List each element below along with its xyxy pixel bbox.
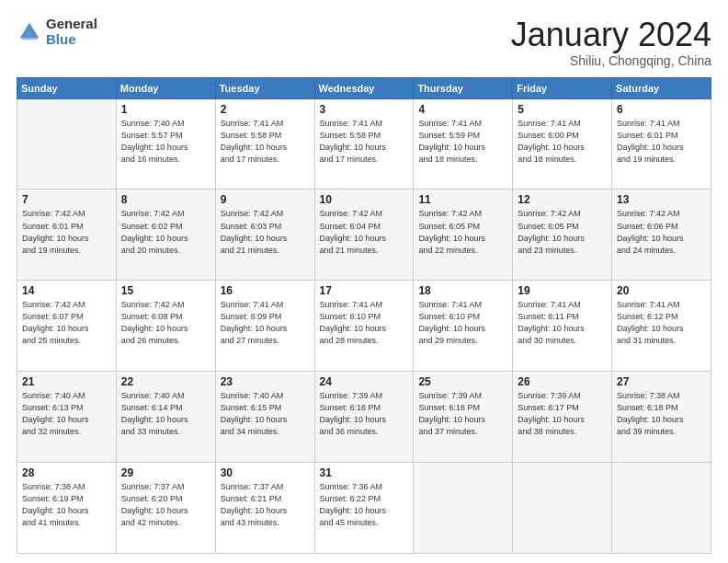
calendar-cell: 5Sunrise: 7:41 AM Sunset: 6:00 PM Daylig…	[513, 98, 612, 190]
day-number: 20	[617, 284, 706, 297]
title-month: January 2024	[511, 17, 711, 53]
day-number: 5	[518, 103, 607, 116]
calendar-cell: 12Sunrise: 7:42 AM Sunset: 6:05 PM Dayli…	[513, 190, 612, 281]
week-row-5: 28Sunrise: 7:38 AM Sunset: 6:19 PM Dayli…	[17, 463, 711, 554]
day-info: Sunrise: 7:40 AM Sunset: 5:57 PM Dayligh…	[121, 118, 210, 166]
day-number: 25	[418, 375, 507, 388]
day-info: Sunrise: 7:42 AM Sunset: 6:03 PM Dayligh…	[221, 208, 310, 256]
calendar-header-saturday: Saturday	[612, 77, 711, 98]
day-info: Sunrise: 7:38 AM Sunset: 6:18 PM Dayligh…	[617, 390, 706, 438]
day-info: Sunrise: 7:41 AM Sunset: 6:01 PM Dayligh…	[617, 118, 706, 166]
logo-blue: Blue	[46, 32, 97, 48]
day-number: 3	[320, 103, 409, 116]
calendar-cell: 3Sunrise: 7:41 AM Sunset: 5:58 PM Daylig…	[314, 98, 414, 190]
calendar-cell: 25Sunrise: 7:39 AM Sunset: 6:16 PM Dayli…	[414, 372, 513, 463]
day-number: 9	[221, 193, 310, 206]
day-info: Sunrise: 7:42 AM Sunset: 6:05 PM Dayligh…	[518, 208, 607, 256]
calendar-header-monday: Monday	[116, 77, 215, 98]
calendar-cell: 4Sunrise: 7:41 AM Sunset: 5:59 PM Daylig…	[414, 98, 513, 190]
calendar-cell: 15Sunrise: 7:42 AM Sunset: 6:08 PM Dayli…	[116, 281, 215, 372]
title-block: January 2024 Shiliu, Chongqing, China	[511, 17, 711, 68]
day-info: Sunrise: 7:41 AM Sunset: 6:12 PM Dayligh…	[617, 299, 706, 347]
day-number: 4	[418, 103, 507, 116]
calendar-cell: 19Sunrise: 7:41 AM Sunset: 6:11 PM Dayli…	[513, 281, 612, 372]
logo-general: General	[46, 17, 97, 32]
calendar-cell: 27Sunrise: 7:38 AM Sunset: 6:18 PM Dayli…	[612, 372, 711, 463]
day-number: 24	[320, 375, 409, 388]
logo-icon	[17, 19, 42, 45]
calendar-cell: 2Sunrise: 7:41 AM Sunset: 5:58 PM Daylig…	[215, 98, 314, 190]
day-info: Sunrise: 7:39 AM Sunset: 6:16 PM Dayligh…	[320, 390, 409, 438]
header: General Blue January 2024 Shiliu, Chongq…	[17, 17, 711, 68]
day-info: Sunrise: 7:39 AM Sunset: 6:17 PM Dayligh…	[518, 390, 607, 438]
calendar-cell: 6Sunrise: 7:41 AM Sunset: 6:01 PM Daylig…	[612, 98, 711, 190]
logo: General Blue	[17, 17, 97, 47]
day-info: Sunrise: 7:42 AM Sunset: 6:02 PM Dayligh…	[121, 208, 210, 256]
day-number: 19	[518, 284, 607, 297]
day-number: 8	[121, 193, 210, 206]
day-info: Sunrise: 7:41 AM Sunset: 6:10 PM Dayligh…	[418, 299, 507, 347]
day-info: Sunrise: 7:42 AM Sunset: 6:04 PM Dayligh…	[320, 208, 409, 256]
day-info: Sunrise: 7:42 AM Sunset: 6:06 PM Dayligh…	[617, 208, 706, 256]
calendar-cell: 24Sunrise: 7:39 AM Sunset: 6:16 PM Dayli…	[314, 372, 414, 463]
calendar-cell: 11Sunrise: 7:42 AM Sunset: 6:05 PM Dayli…	[414, 190, 513, 281]
day-info: Sunrise: 7:39 AM Sunset: 6:16 PM Dayligh…	[418, 390, 507, 438]
day-number: 28	[22, 466, 111, 479]
week-row-3: 14Sunrise: 7:42 AM Sunset: 6:07 PM Dayli…	[17, 281, 711, 372]
calendar-header-wednesday: Wednesday	[314, 77, 414, 98]
calendar-cell: 17Sunrise: 7:41 AM Sunset: 6:10 PM Dayli…	[314, 281, 414, 372]
logo-text: General Blue	[46, 17, 97, 47]
calendar-cell: 23Sunrise: 7:40 AM Sunset: 6:15 PM Dayli…	[215, 372, 314, 463]
calendar-cell: 7Sunrise: 7:42 AM Sunset: 6:01 PM Daylig…	[17, 190, 117, 281]
day-number: 12	[518, 193, 607, 206]
day-number: 30	[221, 466, 310, 479]
day-number: 21	[22, 375, 111, 388]
day-info: Sunrise: 7:38 AM Sunset: 6:19 PM Dayligh…	[22, 481, 111, 529]
day-number: 26	[518, 375, 607, 388]
day-info: Sunrise: 7:37 AM Sunset: 6:20 PM Dayligh…	[121, 481, 210, 529]
day-number: 7	[22, 193, 111, 206]
day-number: 22	[121, 375, 210, 388]
day-info: Sunrise: 7:41 AM Sunset: 6:10 PM Dayligh…	[320, 299, 409, 347]
day-number: 14	[22, 284, 111, 297]
calendar-cell: 26Sunrise: 7:39 AM Sunset: 6:17 PM Dayli…	[513, 372, 612, 463]
calendar-cell: 21Sunrise: 7:40 AM Sunset: 6:13 PM Dayli…	[17, 372, 117, 463]
calendar-cell: 16Sunrise: 7:41 AM Sunset: 6:09 PM Dayli…	[215, 281, 314, 372]
day-number: 16	[221, 284, 310, 297]
day-number: 6	[617, 103, 706, 116]
calendar-cell: 1Sunrise: 7:40 AM Sunset: 5:57 PM Daylig…	[116, 98, 215, 190]
day-info: Sunrise: 7:42 AM Sunset: 6:05 PM Dayligh…	[418, 208, 507, 256]
calendar-header-row: SundayMondayTuesdayWednesdayThursdayFrid…	[17, 77, 711, 98]
calendar-cell: 31Sunrise: 7:36 AM Sunset: 6:22 PM Dayli…	[314, 463, 414, 554]
calendar-cell	[513, 463, 612, 554]
day-number: 18	[418, 284, 507, 297]
calendar-cell: 22Sunrise: 7:40 AM Sunset: 6:14 PM Dayli…	[116, 372, 215, 463]
day-number: 13	[617, 193, 706, 206]
day-info: Sunrise: 7:41 AM Sunset: 5:58 PM Dayligh…	[221, 118, 310, 166]
day-number: 1	[121, 103, 210, 116]
week-row-1: 1Sunrise: 7:40 AM Sunset: 5:57 PM Daylig…	[17, 98, 711, 190]
week-row-2: 7Sunrise: 7:42 AM Sunset: 6:01 PM Daylig…	[17, 190, 711, 281]
calendar-cell: 20Sunrise: 7:41 AM Sunset: 6:12 PM Dayli…	[612, 281, 711, 372]
day-info: Sunrise: 7:42 AM Sunset: 6:08 PM Dayligh…	[121, 299, 210, 347]
calendar-cell: 29Sunrise: 7:37 AM Sunset: 6:20 PM Dayli…	[116, 463, 215, 554]
calendar-header-thursday: Thursday	[414, 77, 513, 98]
calendar-cell: 13Sunrise: 7:42 AM Sunset: 6:06 PM Dayli…	[612, 190, 711, 281]
calendar-table: SundayMondayTuesdayWednesdayThursdayFrid…	[17, 77, 711, 554]
day-info: Sunrise: 7:40 AM Sunset: 6:13 PM Dayligh…	[22, 390, 111, 438]
calendar-cell	[414, 463, 513, 554]
day-info: Sunrise: 7:41 AM Sunset: 5:58 PM Dayligh…	[320, 118, 409, 166]
calendar-header-friday: Friday	[513, 77, 612, 98]
day-number: 17	[320, 284, 409, 297]
calendar-header-tuesday: Tuesday	[215, 77, 314, 98]
day-number: 15	[121, 284, 210, 297]
day-number: 29	[121, 466, 210, 479]
page: General Blue January 2024 Shiliu, Chongq…	[0, 0, 728, 563]
day-info: Sunrise: 7:42 AM Sunset: 6:07 PM Dayligh…	[22, 299, 111, 347]
calendar-header-sunday: Sunday	[17, 77, 117, 98]
calendar-cell	[17, 98, 117, 190]
calendar-cell: 28Sunrise: 7:38 AM Sunset: 6:19 PM Dayli…	[17, 463, 117, 554]
day-number: 11	[418, 193, 507, 206]
day-number: 10	[320, 193, 409, 206]
day-info: Sunrise: 7:36 AM Sunset: 6:22 PM Dayligh…	[320, 481, 409, 529]
